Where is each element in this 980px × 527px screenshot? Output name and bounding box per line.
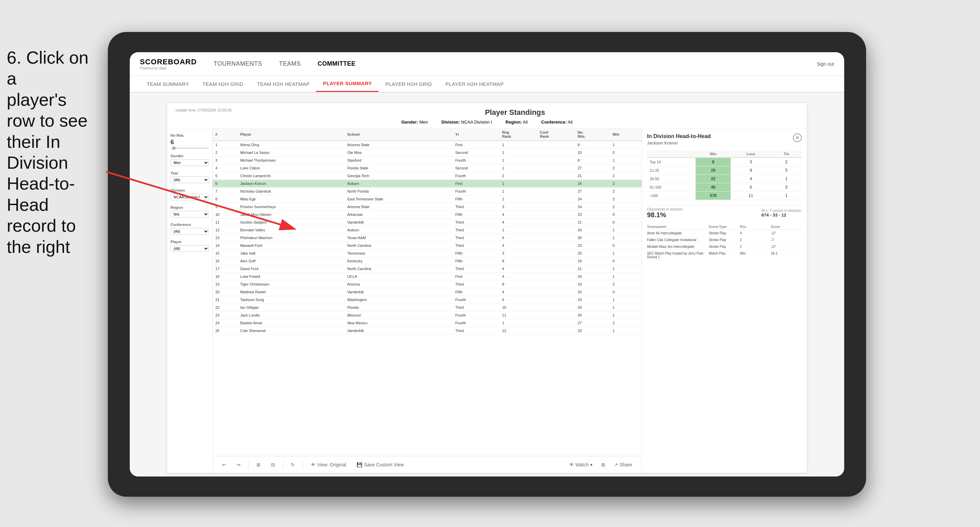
- table-row[interactable]: 1 Wenyi Ding Arizona State First 1 8 1: [213, 141, 642, 149]
- conference-select[interactable]: (All): [170, 228, 209, 235]
- tablet-screen: SCOREBOARD Powered by clippi TOURNAMENTS…: [130, 52, 844, 476]
- table-row[interactable]: 8 Mats Ege East Tennessee State Fifth 1 …: [213, 195, 642, 203]
- table-row[interactable]: 21 Taehoon Song Washington Fourth 6 23 1: [213, 296, 642, 304]
- view-original-button[interactable]: 👁 View: Original: [308, 460, 349, 469]
- instruction-line2: player's row to see: [7, 90, 88, 130]
- table-row[interactable]: 24 Bastien Amat New Mexico Fourth 1 27 2: [213, 319, 642, 327]
- no-rounds-slider[interactable]: [170, 148, 209, 149]
- division-label: Division: [170, 188, 209, 192]
- layout-button[interactable]: ⊞: [598, 460, 608, 469]
- tournament-row: Fallen Oak Collegiate Invitational Strok…: [647, 237, 802, 243]
- table-row[interactable]: 11 Gordon Sargent Vanderbilt Third 4 21 …: [213, 219, 642, 226]
- subnav-team-summary[interactable]: TEAM SUMMARY: [140, 76, 196, 92]
- table-row[interactable]: 15 Jake Hall Tennessee Fifth 3 25 1: [213, 249, 642, 257]
- col-win: Win: [610, 128, 642, 141]
- copy-button[interactable]: ⊞: [254, 460, 263, 469]
- division-select[interactable]: NCAA Division I: [170, 194, 209, 200]
- division-sidebar-filter: Division NCAA Division I: [170, 188, 209, 200]
- subnav-player-h2h-heatmap[interactable]: PLAYER H2H HEATMAP: [439, 76, 511, 92]
- tournament-header: Tournament Event Type Pos Score: [647, 224, 802, 230]
- instruction-line1: 6. Click on a: [7, 48, 89, 88]
- save-icon: 💾: [356, 462, 362, 467]
- table-row[interactable]: 13 Phichakun Maichon Texas A&M Third 6 3…: [213, 234, 642, 242]
- sidebar-filters: No Rds. 6 Gender Men: [167, 128, 213, 473]
- h2h-record: 674 - 33 - 12: [762, 213, 802, 217]
- subnav-player-summary[interactable]: PLAYER SUMMARY: [316, 76, 379, 92]
- no-rounds-label: No Rds.: [170, 133, 209, 137]
- h2h-panel: In Division Head-to-Head Jackson Koivun …: [642, 128, 807, 473]
- col-yr: Yr: [453, 128, 500, 141]
- table-row[interactable]: 4 Luke Claton Florida State Second 1 27 …: [213, 164, 642, 172]
- no-rounds-value: 6: [170, 139, 209, 146]
- h2h-col-tie: Tie: [771, 151, 802, 157]
- logo-powered: Powered by clippi: [140, 66, 197, 70]
- tournament-row: Amer Ari Intercollegiate Stroke Play 4 -…: [647, 230, 802, 237]
- refresh-button[interactable]: ↻: [288, 460, 298, 469]
- instruction-line5: record to the right: [7, 216, 76, 256]
- paste-button[interactable]: ⊟: [268, 460, 278, 469]
- nav-items: TOURNAMENTS TEAMS COMMITTEE: [214, 59, 817, 69]
- table-row[interactable]: 22 Ian Gilligan Florida Third 10 24 1: [213, 304, 642, 311]
- toolbar-sep3: [302, 461, 303, 469]
- nav-committee[interactable]: COMMITTEE: [318, 59, 356, 69]
- tournament-rows: Amer Ari Intercollegiate Stroke Play 4 -…: [647, 230, 802, 260]
- table-row[interactable]: 17 David Ford North Carolina Third 4 21 …: [213, 265, 642, 273]
- table-row[interactable]: 12 Brendan Valles Auburn Third 1 24 1: [213, 226, 642, 234]
- instruction-line3: their In Division: [7, 132, 68, 172]
- save-custom-button[interactable]: 💾 Save Custom View: [354, 460, 406, 469]
- gender-select[interactable]: Men: [170, 159, 209, 166]
- subnav-team-h2h-heatmap[interactable]: TEAM H2H HEATMAP: [250, 76, 316, 92]
- nav-right: Sign out: [817, 61, 834, 67]
- table-row[interactable]: 14 Maxwell Ford North Carolina Third 4 2…: [213, 242, 642, 249]
- watch-icon: 👁: [569, 462, 574, 467]
- nav-teams[interactable]: TEAMS: [279, 59, 301, 69]
- col-reg-rank: RegRank: [500, 128, 537, 141]
- table-row[interactable]: 25 Cole Sherwood Vanderbilt Third 12 23 …: [213, 327, 642, 335]
- nav-tournaments[interactable]: TOURNAMENTS: [214, 59, 262, 69]
- update-time-label: Update time: 27/03/2024 16:56:26: [176, 108, 232, 112]
- tournament-list: Tournament Event Type Pos Score Amer Ari…: [647, 224, 802, 260]
- h2h-row: >100 578 11 1: [647, 192, 802, 200]
- year-label: Year: [170, 171, 209, 175]
- table-row[interactable]: 19 Tiger Christensen Arizona Third 8 23 …: [213, 281, 642, 288]
- year-select[interactable]: (All): [170, 176, 209, 183]
- nav-sign-out[interactable]: Sign out: [817, 61, 834, 67]
- table-row[interactable]: 20 Matthew Riedel Vanderbilt Fifth 4 20 …: [213, 288, 642, 296]
- top-navigation: SCOREBOARD Powered by clippi TOURNAMENTS…: [130, 52, 844, 76]
- table-row[interactable]: 2 Michael La Sasso Ole Miss Second 1 10 …: [213, 149, 642, 157]
- h2h-row: 26-50 22 4 1: [647, 175, 802, 183]
- dashboard-title: Player Standings: [485, 108, 545, 117]
- share-button[interactable]: ↗ Share: [611, 460, 635, 469]
- table-row[interactable]: 23 Jack Lundin Missouri Fourth 11 24 1: [213, 311, 642, 319]
- h2h-col-label: [647, 151, 695, 157]
- table-row[interactable]: 7 Nicholas Gabrelcik North Florida Fourt…: [213, 187, 642, 195]
- tournament-row: Mirabel Maui Jim Intercollegiate Stroke …: [647, 243, 802, 250]
- share-icon: ↗: [614, 462, 618, 467]
- subnav-player-h2h-grid[interactable]: PLAYER H2H GRID: [379, 76, 438, 92]
- player-select[interactable]: (All): [170, 245, 209, 252]
- h2h-close-button[interactable]: ✕: [793, 133, 802, 142]
- region-select[interactable]: N/a: [170, 211, 209, 217]
- region-sidebar-filter: Region N/a: [170, 205, 209, 217]
- conference-filter: Conference: All: [541, 119, 573, 125]
- table-row[interactable]: 18 Luke Powell UCLA First 4 24 1: [213, 273, 642, 281]
- player-rows: 1 Wenyi Ding Arizona State First 1 8 1 2…: [213, 141, 642, 335]
- table-row[interactable]: 10 Jacob Mou-Olesen Arkansas Fifth 4 23 …: [213, 211, 642, 219]
- division-filter: Division: NCAA Division I: [441, 119, 492, 125]
- year-sidebar-filter: Year (All): [170, 171, 209, 183]
- undo-button[interactable]: ↩: [220, 460, 229, 469]
- table-row[interactable]: 16 Alex Goff Kentucky Fifth 8 19 0: [213, 257, 642, 265]
- player-table-container: # Player School Yr RegRank ConfRank No.R…: [213, 128, 642, 456]
- subnav-team-h2h-grid[interactable]: TEAM H2H GRID: [196, 76, 250, 92]
- region-filter: Region: All: [506, 119, 528, 125]
- h2h-title: In Division Head-to-Head: [647, 133, 711, 140]
- h2h-col-loss: Loss: [730, 151, 771, 157]
- watch-button[interactable]: 👁 Watch ▾: [566, 460, 595, 469]
- table-row[interactable]: 5 Christo Lamprecht Georgia Tech Fourth …: [213, 172, 642, 180]
- table-row[interactable]: 9 Preston Summerhays Arizona State Third…: [213, 203, 642, 211]
- redo-button[interactable]: ↪: [234, 460, 243, 469]
- toolbar-sep1: [248, 461, 249, 469]
- table-row[interactable]: 6 Jackson Koivun Auburn First 1 24 2: [213, 180, 642, 187]
- table-row[interactable]: 3 Michael Thorbjornsen Stanford Fourth 1…: [213, 157, 642, 164]
- gender-sidebar-filter: Gender Men: [170, 154, 209, 166]
